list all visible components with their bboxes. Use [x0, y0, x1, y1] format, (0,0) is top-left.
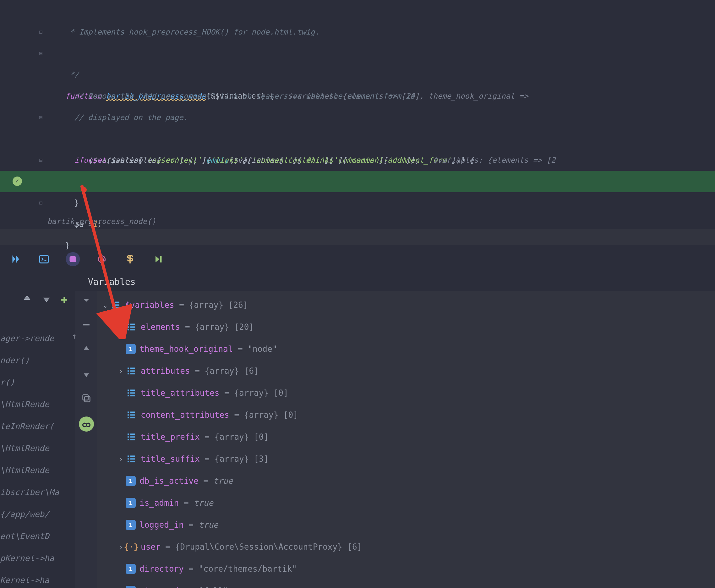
- variable-row[interactable]: ›title_suffix = {array} [3]: [98, 448, 715, 470]
- variable-name: elements: [141, 316, 180, 338]
- scroll-up-icon[interactable]: [80, 343, 93, 356]
- expand-toggle-icon[interactable]: [116, 338, 126, 360]
- variable-value: = {array} [3]: [205, 448, 269, 470]
- debug-lower-split: + ager->rende nder() r() \HtmlRende teIn…: [0, 291, 715, 588]
- array-icon: [126, 431, 137, 443]
- debug-toolbar: [0, 245, 715, 273]
- array-icon: [126, 321, 137, 333]
- code-line[interactable]: ⊟ if ($variables['teaser'] || !empty($va…: [0, 107, 715, 128]
- code-line[interactable]: ⊟ */: [0, 21, 715, 43]
- variable-value: = {array} [20]: [185, 316, 254, 338]
- fold-icon[interactable]: ⊟: [35, 149, 47, 171]
- variable-row[interactable]: 1view_mode = "full": [98, 580, 715, 588]
- variable-row[interactable]: ›attributes = {array} [6]: [98, 360, 715, 382]
- collapse-icon[interactable]: [80, 318, 93, 331]
- call-hint: bartik_preprocess_node(): [0, 214, 715, 229]
- variable-name: title_attributes: [141, 382, 219, 404]
- expand-toggle-icon[interactable]: [116, 580, 126, 588]
- variable-row[interactable]: 1logged_in = true: [98, 514, 715, 536]
- panel-divider[interactable]: [0, 229, 715, 245]
- fold-icon[interactable]: ⊟: [35, 21, 47, 43]
- stack-frame[interactable]: r(): [0, 371, 76, 393]
- resume-icon[interactable]: [9, 253, 22, 266]
- breakpoint-active-dot: [81, 187, 87, 192]
- stack-frame[interactable]: \HtmlRende: [0, 393, 76, 415]
- variable-value: =: [204, 470, 213, 492]
- stack-frame[interactable]: teInRender(: [0, 415, 76, 437]
- stack-frame[interactable]: ibscriber\Ma: [0, 481, 76, 503]
- expand-toggle-icon[interactable]: [116, 426, 126, 448]
- variable-value: = {Drupal\Core\Session\AccountProxy} [6]: [165, 536, 362, 558]
- variable-bool: true: [198, 514, 218, 536]
- stack-frame[interactable]: pKernel->ha: [0, 547, 76, 569]
- expand-toggle-icon[interactable]: [116, 382, 126, 404]
- stack-frame[interactable]: ager->rende: [0, 327, 76, 349]
- expand-toggle-icon[interactable]: ›: [116, 448, 126, 470]
- code-line[interactable]: * Implements hook_preprocess_HOOK() for …: [0, 0, 715, 21]
- svg-rect-4: [83, 395, 88, 400]
- code-line[interactable]: ⊟ }: [0, 192, 715, 214]
- variable-row[interactable]: title_prefix = {array} [0]: [98, 426, 715, 448]
- stack-frame[interactable]: ent\EventD: [0, 525, 76, 547]
- variable-name: directory: [140, 558, 184, 580]
- variable-row[interactable]: 1db_is_active = true: [98, 470, 715, 492]
- frames-nav: +: [0, 291, 76, 309]
- variable-row-root[interactable]: ⌄ $variables = {array} [26]: [98, 294, 715, 316]
- call-stack-list[interactable]: ager->rende nder() r() \HtmlRende teInRe…: [0, 309, 76, 588]
- variable-row[interactable]: ›{·}user = {Drupal\Core\Session\AccountP…: [98, 536, 715, 558]
- chevron-down-icon[interactable]: [80, 294, 93, 307]
- variable-row[interactable]: 1theme_hook_original = "node": [98, 338, 715, 360]
- breakpoint-check-icon[interactable]: ✓: [13, 176, 22, 186]
- variables-tree[interactable]: ⌄ $variables = {array} [26] ›elements = …: [98, 291, 715, 588]
- expand-toggle-icon[interactable]: ›: [116, 360, 126, 382]
- stack-frame[interactable]: Kernel->ha: [0, 569, 76, 588]
- expand-toggle-icon[interactable]: ›: [116, 316, 126, 338]
- stack-frame[interactable]: \HtmlRende: [0, 459, 76, 481]
- at-icon[interactable]: [96, 253, 108, 266]
- code-line[interactable]: ⊟ function bartik_preprocess_node(&$vari…: [0, 43, 715, 64]
- fold-icon[interactable]: ⊟: [35, 192, 47, 214]
- stack-frame[interactable]: {/app/web/: [0, 503, 76, 525]
- variable-row[interactable]: 1directory = "core/themes/bartik": [98, 558, 715, 580]
- stack-frame[interactable]: \HtmlRende: [0, 437, 76, 459]
- stack-frame[interactable]: nder(): [0, 349, 76, 371]
- scalar-icon: 1: [126, 344, 136, 354]
- code-line[interactable]: ⊟ }: [0, 149, 715, 171]
- variable-row[interactable]: content_attributes = {array} [0]: [98, 404, 715, 426]
- code-line-breakpoint[interactable]: ✓ $a =1;: [0, 171, 715, 192]
- array-icon: [126, 409, 137, 421]
- expand-toggle-icon[interactable]: [116, 492, 126, 514]
- code-line[interactable]: // Remove the "Add new comment" link on …: [0, 64, 715, 85]
- copy-icon[interactable]: [80, 392, 93, 404]
- expand-toggle-icon[interactable]: [116, 404, 126, 426]
- expand-toggle-icon[interactable]: [116, 514, 126, 536]
- fold-icon[interactable]: ⊟: [35, 43, 47, 64]
- expand-toggle-icon[interactable]: [116, 470, 126, 492]
- code-editor[interactable]: * Implements hook_preprocess_HOOK() for …: [0, 0, 715, 229]
- object-icon: {·}: [126, 541, 137, 552]
- scroll-up-icon[interactable]: ↑: [72, 332, 77, 340]
- expand-toggle-icon[interactable]: [116, 558, 126, 580]
- code-line[interactable]: // displayed on the page.: [0, 85, 715, 107]
- frames-column: + ager->rende nder() r() \HtmlRende teIn…: [0, 291, 76, 588]
- scalar-icon: 1: [126, 520, 136, 530]
- scroll-down-icon[interactable]: [80, 368, 93, 380]
- frame-down-icon[interactable]: [41, 294, 51, 306]
- variable-value: =: [184, 492, 193, 514]
- run-to-cursor-icon[interactable]: [152, 253, 165, 266]
- variable-name: theme_hook_original: [140, 338, 233, 360]
- variable-row[interactable]: ›elements = {array} [20]: [98, 316, 715, 338]
- fold-icon[interactable]: ⊟: [35, 107, 47, 128]
- frame-up-icon[interactable]: [22, 294, 32, 306]
- dollar-icon[interactable]: [124, 253, 136, 266]
- add-watch-icon[interactable]: +: [61, 293, 67, 306]
- expand-toggle-icon[interactable]: ⌄: [101, 294, 110, 316]
- watch-glasses-icon[interactable]: [79, 417, 94, 432]
- code-line[interactable]: unset($variables['content']['links']['co…: [0, 128, 715, 149]
- array-icon: [126, 387, 137, 399]
- variables-side-rail: [76, 291, 98, 588]
- variable-value: = {array} [0]: [234, 404, 298, 426]
- variable-row[interactable]: title_attributes = {array} [0]: [98, 382, 715, 404]
- variable-row[interactable]: 1is_admin = true: [98, 492, 715, 514]
- variable-value: {array} [26]: [189, 294, 248, 316]
